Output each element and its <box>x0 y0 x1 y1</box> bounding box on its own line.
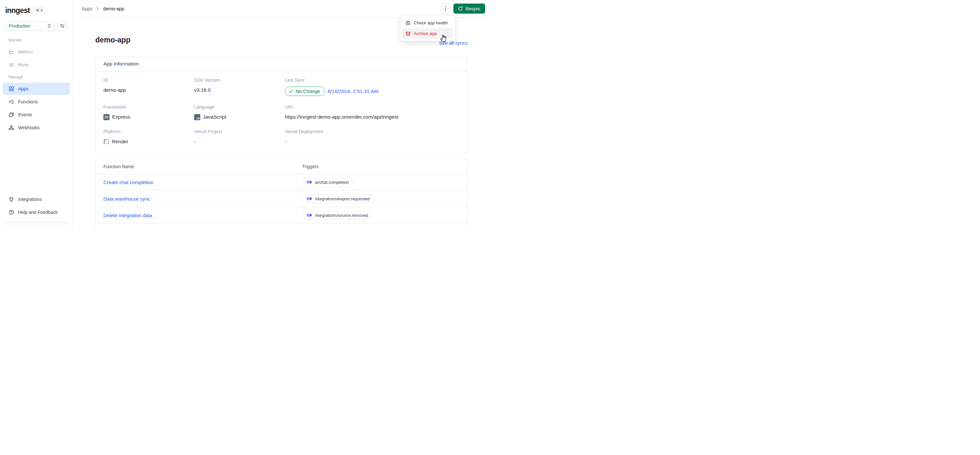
app-information-card: App Information ID demo-app SDK Version … <box>95 56 468 154</box>
field-id: ID demo-app <box>103 78 194 96</box>
sidebar-item-functions[interactable]: Functions <box>3 95 70 108</box>
sidebar-item-help[interactable]: Help and Feedback <box>3 206 70 218</box>
sidebar-nav: Monitor Metrics Runs Manage Apps Functio… <box>0 31 72 135</box>
sidebar-item-label: Functions <box>18 99 38 104</box>
sidebar-item-label: Runs <box>18 62 29 67</box>
field-url: URL https://inngest-demo-app.onrender.co… <box>285 104 460 121</box>
chevron-right-icon <box>96 6 99 11</box>
topbar: Apps demo-app Resync <box>73 0 490 18</box>
topbar-actions: Resync <box>441 3 485 14</box>
app-actions-menu: Check app health Archive app <box>400 15 455 41</box>
metrics-chart-icon <box>8 49 14 55</box>
field-sdk-version: SDK Version v3.16.0 <box>194 78 285 96</box>
events-icon <box>8 112 14 118</box>
sync-icon <box>458 6 463 11</box>
sidebar-bottom-divider <box>3 222 70 228</box>
functions-table-header: Function Name Triggers <box>95 159 467 174</box>
archive-icon <box>406 31 410 36</box>
column-triggers: Triggers <box>302 164 467 169</box>
webhook-icon <box>8 125 14 130</box>
event-pulse-icon <box>307 197 312 200</box>
field-platform: Platform Render <box>103 129 194 145</box>
table-row: Delete integration data integrations/sou… <box>95 207 467 223</box>
sidebar-item-label: Integrations <box>18 197 42 202</box>
field-vercel-project: Vercel Project - <box>194 129 285 145</box>
inngest-logo: inngest <box>5 6 30 15</box>
no-change-badge: No Change <box>285 86 325 96</box>
event-pulse-icon <box>307 180 312 184</box>
plug-icon <box>8 196 14 202</box>
help-circle-icon <box>8 209 14 215</box>
functions-icon <box>8 99 14 105</box>
event-pulse-icon <box>307 213 312 217</box>
menu-item-archive-app[interactable]: Archive app <box>402 28 453 39</box>
app-information-grid: ID demo-app SDK Version v3.16.0 Last Syn… <box>95 72 467 154</box>
page-content: demo-app App Information ID demo-app SDK… <box>73 18 490 228</box>
javascript-icon: JS <box>194 114 200 120</box>
environment-select[interactable]: Production <box>5 21 55 31</box>
sidebar: inngest ⌘ K Production Monitor Metrics <box>0 0 73 228</box>
runs-list-icon <box>8 62 14 68</box>
sidebar-item-label: Events <box>18 112 32 117</box>
app-information-title: App Information <box>95 56 467 72</box>
sidebar-item-label: Apps <box>18 86 29 91</box>
resync-button[interactable]: Resync <box>453 3 485 14</box>
render-icon <box>103 139 109 145</box>
sidebar-item-metrics[interactable]: Metrics <box>3 46 70 58</box>
field-language: Language JS JavaScript <box>194 104 285 121</box>
functions-card: Function Name Triggers Create chat compl… <box>95 159 468 228</box>
health-kit-icon <box>406 21 410 25</box>
function-link[interactable]: Data warehouse sync <box>95 196 302 202</box>
function-link[interactable]: Delete integration data <box>95 213 302 218</box>
chevron-up-down-icon <box>47 24 51 28</box>
field-vercel-deployment: Vercel Deployment - <box>285 129 460 145</box>
sidebar-item-label: Metrics <box>18 49 33 54</box>
trigger-pill: integrations/source.removed <box>302 211 373 220</box>
sidebar-item-events[interactable]: Events <box>3 108 70 121</box>
sidebar-footer: Integrations Help and Feedback <box>0 193 72 228</box>
sidebar-item-label: Help and Feedback <box>18 210 57 215</box>
breadcrumb-current: demo-app <box>103 6 124 11</box>
express-icon: ex <box>103 114 110 120</box>
sidebar-item-integrations[interactable]: Integrations <box>3 193 70 205</box>
last-sync-time-link[interactable]: 8/16/2024, 2:51:31 AM <box>328 89 378 94</box>
env-filter-button[interactable] <box>57 21 67 31</box>
sidebar-item-runs[interactable]: Runs <box>3 59 70 71</box>
breadcrumb: Apps demo-app <box>82 6 124 11</box>
kebab-dots-icon <box>445 6 446 12</box>
environment-value: Production <box>9 23 30 29</box>
command-icon: ⌘ <box>36 8 40 13</box>
trigger-pill: ai/chat.completion <box>302 178 353 187</box>
resync-label: Resync <box>465 6 480 11</box>
sidebar-item-apps[interactable]: Apps <box>3 83 70 95</box>
breadcrumb-apps[interactable]: Apps <box>82 6 92 11</box>
check-icon <box>289 89 293 93</box>
shortcut-key: K <box>40 8 43 13</box>
app-root: inngest ⌘ K Production Monitor Metrics <box>0 0 490 228</box>
function-link[interactable]: Create chat completion <box>95 180 302 185</box>
sliders-icon <box>60 23 65 29</box>
logo-row: inngest ⌘ K <box>0 5 72 16</box>
menu-item-check-app-health[interactable]: Check app health <box>402 18 453 28</box>
nav-section-monitor: Monitor <box>3 38 70 43</box>
table-row: Generate video transcript ai/video.uploa… <box>95 223 467 228</box>
table-row: Create chat completion ai/chat.completio… <box>95 174 467 190</box>
column-function-name: Function Name <box>95 164 302 169</box>
field-framework: Framework ex Express <box>103 104 194 121</box>
app-actions-menu-button[interactable] <box>441 3 450 14</box>
trigger-pill: ai/video.uploaded <box>302 228 353 228</box>
apps-grid-icon <box>8 86 14 92</box>
sidebar-item-webhooks[interactable]: Webhooks <box>3 121 70 134</box>
sidebar-item-label: Webhooks <box>18 125 40 130</box>
table-row: Data warehouse sync integrations/export.… <box>95 190 467 207</box>
trigger-pill: integrations/export.requested <box>302 194 374 203</box>
nav-section-manage: Manage <box>3 75 70 80</box>
command-k-shortcut[interactable]: ⌘ K <box>33 7 46 14</box>
environment-row: Production <box>0 16 72 31</box>
field-last-sync: Last Sync No Change 8/16/2024, 2:51:31 A… <box>285 78 460 96</box>
